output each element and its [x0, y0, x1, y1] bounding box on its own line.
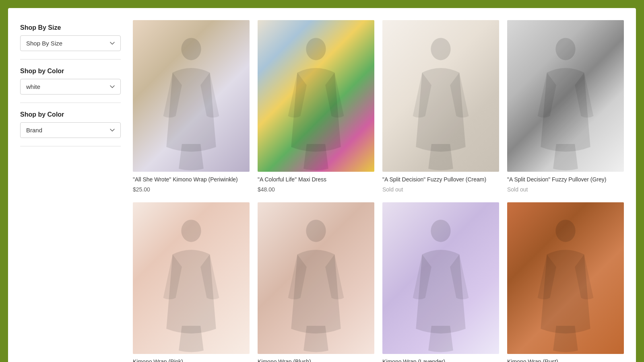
main-content: "All She Wrote" Kimono Wrap (Periwinkle)… — [133, 20, 624, 362]
product-card[interactable]: Kimono Wrap (Rust) — [507, 202, 624, 362]
product-card[interactable]: "A Split Decision" Fuzzy Pullover (Grey)… — [507, 20, 624, 193]
product-price: $48.00 — [258, 186, 374, 193]
divider-1 — [20, 59, 121, 60]
person-silhouette-icon — [151, 35, 232, 172]
size-filter-label: Shop By Size — [20, 24, 121, 31]
color-filter-label: Shop by Color — [20, 68, 121, 75]
size-filter-section: Shop By Size Shop By Size XSSMLXL — [20, 24, 121, 51]
product-title: Kimono Wrap (Lavender) — [382, 358, 499, 362]
person-silhouette-icon — [400, 217, 482, 354]
product-image — [133, 20, 250, 172]
svg-point-1 — [306, 38, 326, 60]
product-card[interactable]: "A Colorful Life" Maxi Dress$48.00 — [258, 20, 374, 193]
person-silhouette-icon — [525, 217, 607, 354]
product-title: "A Split Decision" Fuzzy Pullover (Cream… — [382, 176, 499, 184]
size-filter-select[interactable]: Shop By Size XSSMLXL — [20, 35, 121, 51]
product-card[interactable]: "All She Wrote" Kimono Wrap (Periwinkle)… — [133, 20, 250, 193]
product-image — [258, 202, 374, 354]
product-card[interactable]: Kimono Wrap (Lavender) — [382, 202, 499, 362]
product-image — [258, 20, 374, 172]
product-card[interactable]: "A Split Decision" Fuzzy Pullover (Cream… — [382, 20, 499, 193]
page-wrapper: Shop By Size Shop By Size XSSMLXL Shop b… — [8, 8, 636, 362]
product-price: Sold out — [507, 186, 624, 193]
person-silhouette-icon — [525, 35, 607, 172]
svg-point-2 — [431, 38, 450, 60]
color-filter-select[interactable]: white blackblueredgreenpinkgrey — [20, 79, 121, 95]
product-title: "All She Wrote" Kimono Wrap (Periwinkle) — [133, 176, 250, 184]
product-price: $25.00 — [133, 186, 250, 193]
svg-point-7 — [555, 220, 575, 242]
product-price: Sold out — [382, 186, 499, 193]
brand-filter-label: Shop by Color — [20, 111, 121, 118]
product-image — [507, 20, 624, 172]
product-image — [382, 202, 499, 354]
product-card[interactable]: Kimono Wrap (Blush) — [258, 202, 374, 362]
svg-point-3 — [555, 38, 575, 60]
brand-filter-section: Shop by Color Brand Brand ABrand BBrand … — [20, 111, 121, 138]
color-filter-section: Shop by Color white blackblueredgreenpin… — [20, 68, 121, 95]
products-grid: "All She Wrote" Kimono Wrap (Periwinkle)… — [133, 20, 624, 362]
product-image — [507, 202, 624, 354]
svg-point-0 — [181, 38, 201, 60]
product-card[interactable]: Kimono Wrap (Pink) — [133, 202, 250, 362]
product-title: "A Colorful Life" Maxi Dress — [258, 176, 374, 184]
product-image — [382, 20, 499, 172]
product-title: Kimono Wrap (Rust) — [507, 358, 624, 362]
product-image — [133, 202, 250, 354]
product-title: "A Split Decision" Fuzzy Pullover (Grey) — [507, 176, 624, 184]
person-silhouette-icon — [275, 35, 357, 172]
sidebar: Shop By Size Shop By Size XSSMLXL Shop b… — [20, 20, 133, 362]
svg-point-6 — [431, 220, 450, 242]
svg-point-4 — [181, 220, 201, 242]
product-title: Kimono Wrap (Blush) — [258, 358, 374, 362]
divider-3 — [20, 146, 121, 146]
brand-filter-select[interactable]: Brand Brand ABrand BBrand C — [20, 122, 121, 138]
divider-2 — [20, 103, 121, 103]
person-silhouette-icon — [151, 217, 232, 354]
svg-point-5 — [306, 220, 326, 242]
product-title: Kimono Wrap (Pink) — [133, 358, 250, 362]
person-silhouette-icon — [275, 217, 357, 354]
person-silhouette-icon — [400, 35, 482, 172]
